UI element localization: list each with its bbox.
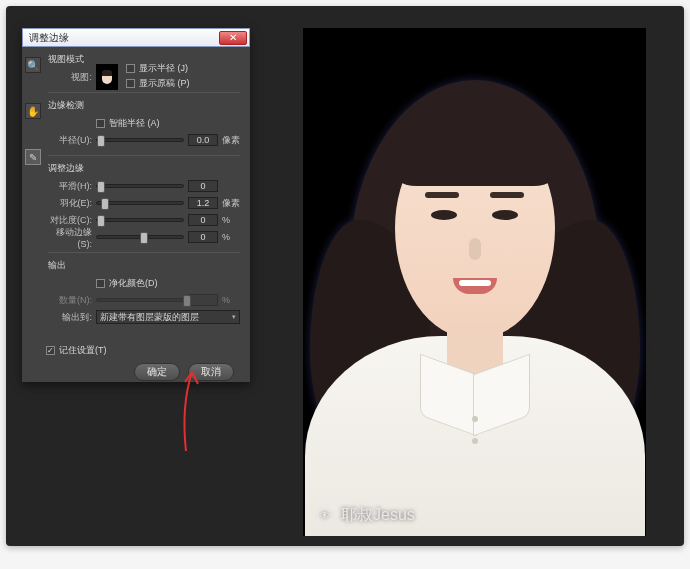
hand-tool[interactable]: ✋ [25, 103, 41, 119]
checkbox-icon [126, 79, 135, 88]
shirt-button [472, 416, 478, 422]
output-to-label: 输出到: [48, 311, 92, 324]
radius-unit: 像素 [222, 134, 240, 147]
checkbox-icon [96, 279, 105, 288]
tool-strip: 🔍 ✋ ✎ [22, 47, 44, 338]
weibo-icon: 👁 [315, 506, 335, 526]
close-button[interactable]: ✕ [219, 31, 247, 45]
radius-value[interactable]: 0.0 [188, 134, 218, 146]
checkbox-icon [96, 119, 105, 128]
smart-radius-option[interactable]: 智能半径 (A) [48, 116, 240, 130]
dialog-title: 调整边缘 [29, 31, 69, 45]
shift-label: 移动边缘(S): [48, 226, 92, 249]
zoom-tool[interactable]: 🔍 [25, 57, 41, 73]
shirt-button [472, 438, 478, 444]
chevron-down-icon: ▾ [232, 313, 236, 321]
smooth-value[interactable]: 0 [188, 180, 218, 192]
feather-value[interactable]: 1.2 [188, 197, 218, 209]
show-radius-label: 显示半径 (J) [139, 62, 188, 75]
dialog-titlebar[interactable]: 调整边缘 ✕ [22, 28, 250, 47]
output-title: 输出 [48, 259, 240, 272]
purify-label: 净化颜色(D) [109, 277, 158, 290]
close-icon: ✕ [229, 32, 237, 43]
amount-value [188, 294, 218, 306]
show-radius-option[interactable]: 显示半径 (J) [126, 63, 190, 73]
feather-slider[interactable] [96, 201, 184, 205]
edge-detect-title: 边缘检测 [48, 99, 240, 112]
workspace: 👁 耶叔Jesus 调整边缘 ✕ 🔍 ✋ ✎ 视图模式 视图: [6, 6, 684, 546]
view-label: 视图: [48, 71, 92, 84]
smooth-slider[interactable] [96, 184, 184, 188]
amount-slider [96, 298, 184, 302]
purify-option[interactable]: 净化颜色(D) [48, 276, 240, 290]
portrait-nose [469, 238, 481, 260]
hand-icon: ✋ [27, 106, 39, 117]
portrait-collar [420, 364, 530, 424]
remember-settings-option[interactable]: 记住设置(T) [46, 344, 250, 357]
checkbox-icon [46, 346, 55, 355]
refine-brush-tool[interactable]: ✎ [25, 149, 41, 165]
smooth-label: 平滑(H): [48, 180, 92, 193]
shift-slider[interactable] [96, 235, 184, 239]
shift-value[interactable]: 0 [188, 231, 218, 243]
remember-label: 记住设置(T) [59, 344, 107, 357]
feather-unit: 像素 [222, 197, 240, 210]
output-to-value: 新建带有图层蒙版的图层 [100, 311, 199, 324]
portrait-eye [492, 210, 518, 220]
watermark-text: 耶叔Jesus [341, 505, 415, 526]
cancel-button[interactable]: 取消 [188, 363, 234, 381]
brush-icon: ✎ [29, 152, 37, 163]
contrast-slider[interactable] [96, 218, 184, 222]
output-to-select[interactable]: 新建带有图层蒙版的图层 ▾ [96, 310, 240, 324]
feather-label: 羽化(E): [48, 197, 92, 210]
checkbox-icon [126, 64, 135, 73]
refine-edge-dialog: 调整边缘 ✕ 🔍 ✋ ✎ 视图模式 视图: [22, 28, 250, 382]
canvas-photo[interactable]: 👁 耶叔Jesus [303, 28, 646, 536]
portrait-eye [431, 210, 457, 220]
shift-unit: % [222, 232, 240, 242]
view-thumbnail[interactable] [96, 64, 118, 90]
contrast-unit: % [222, 215, 240, 225]
portrait-brow [425, 192, 459, 198]
adjust-edge-title: 调整边缘 [48, 162, 240, 175]
radius-label: 半径(U): [48, 134, 92, 147]
zoom-icon: 🔍 [27, 60, 39, 71]
contrast-value[interactable]: 0 [188, 214, 218, 226]
watermark: 👁 耶叔Jesus [315, 505, 415, 526]
smart-radius-label: 智能半径 (A) [109, 117, 160, 130]
show-original-label: 显示原稿 (P) [139, 77, 190, 90]
show-original-option[interactable]: 显示原稿 (P) [126, 78, 190, 88]
amount-label: 数量(N): [48, 294, 92, 307]
amount-unit: % [222, 295, 240, 305]
ok-button[interactable]: 确定 [134, 363, 180, 381]
radius-slider[interactable] [96, 138, 184, 142]
portrait-brow [490, 192, 524, 198]
